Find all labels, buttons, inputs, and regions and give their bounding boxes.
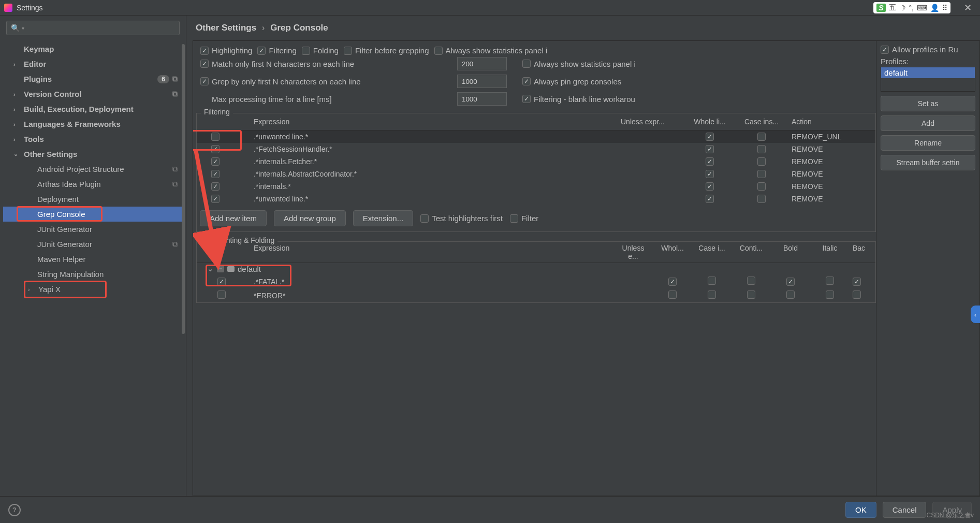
grep-n-input[interactable] [457, 75, 507, 88]
extension-button[interactable]: Extension... [353, 210, 413, 226]
checkbox-allow-profiles[interactable] [881, 46, 889, 54]
case-checkbox[interactable] [757, 145, 766, 153]
cell-expression[interactable]: *ERROR* [223, 290, 613, 301]
case-checkbox[interactable] [757, 170, 766, 178]
sidebar-item[interactable]: Plugins6⧉ [3, 71, 183, 86]
cell-action[interactable]: REMOVE [787, 194, 860, 204]
ime-item[interactable]: 五 [889, 3, 896, 12]
case-checkbox[interactable] [757, 133, 766, 141]
sidebar-item[interactable]: ›Yapi X [3, 282, 183, 297]
scrollbar[interactable] [182, 16, 185, 496]
checkbox[interactable] [708, 277, 716, 285]
folder-row[interactable]: ⌄ − default [197, 263, 875, 274]
row-enable-checkbox[interactable] [211, 133, 220, 141]
sidebar-item[interactable]: String Manipulation [3, 267, 183, 282]
col-unless[interactable]: Unless expr... [617, 115, 684, 128]
checkbox[interactable] [826, 290, 834, 299]
add-profile-button[interactable]: Add [881, 115, 975, 131]
col-unless[interactable]: Unless e... [613, 242, 653, 263]
set-as-button[interactable]: Set as [881, 96, 975, 111]
checkbox[interactable] [853, 290, 861, 299]
cell-action[interactable]: REMOVE [787, 169, 860, 179]
checkbox[interactable] [434, 47, 443, 55]
row-enable-checkbox[interactable] [211, 157, 220, 166]
add-item-button[interactable]: Add new item [200, 210, 267, 226]
grid-icon[interactable]: ⠿ [942, 4, 947, 12]
checkbox[interactable] [668, 290, 677, 299]
sidebar-item[interactable]: Keymap [3, 41, 183, 56]
profile-item[interactable]: default [881, 67, 975, 78]
help-button[interactable]: ? [8, 504, 21, 516]
row-enable-checkbox[interactable] [211, 145, 220, 153]
col-action[interactable]: Action [787, 115, 860, 128]
table-row[interactable]: *ERROR* [197, 288, 875, 302]
col-whole[interactable]: Whole li... [684, 115, 736, 128]
checkbox-match-n[interactable] [200, 60, 209, 68]
col-cont[interactable]: Conti... [732, 242, 771, 263]
col-bold[interactable]: Bold [771, 242, 810, 263]
table-row[interactable]: .*FetchSessionHandler.*REMOVE [197, 143, 875, 155]
whole-line-checkbox[interactable] [706, 157, 714, 166]
whole-line-checkbox[interactable] [706, 133, 714, 141]
checkbox[interactable] [257, 47, 266, 55]
ok-button[interactable]: OK [845, 502, 876, 518]
user-icon[interactable]: 👤 [930, 4, 939, 12]
checkbox-filter[interactable] [510, 214, 518, 223]
sidebar-item[interactable]: ›Editor [3, 56, 183, 71]
cell-expression[interactable]: .*FetchSessionHandler.* [223, 144, 617, 154]
profiles-list[interactable]: default [881, 67, 975, 92]
add-group-button[interactable]: Add new group [274, 210, 346, 226]
row-enable-checkbox[interactable] [211, 182, 220, 191]
checkbox[interactable] [344, 47, 352, 55]
sidebar-item[interactable]: ›Tools [3, 132, 183, 147]
case-checkbox[interactable] [757, 182, 766, 191]
cell-expression[interactable]: .*unwanted line.* [223, 132, 617, 142]
whole-line-checkbox[interactable] [706, 170, 714, 178]
case-checkbox[interactable] [757, 195, 766, 203]
checkbox[interactable] [786, 290, 795, 299]
col-case[interactable]: Case ins... [736, 115, 787, 128]
time-input[interactable] [457, 92, 507, 106]
sidebar-item[interactable]: Android Project Structure⧉ [3, 162, 183, 177]
checkbox[interactable] [708, 290, 716, 299]
col-expression[interactable]: Expression [223, 115, 617, 128]
sidebar-item[interactable]: ⌄Other Settings [3, 147, 183, 162]
sidebar-item[interactable]: Deployment [3, 192, 183, 207]
sidebar-item[interactable]: Grep Console [3, 207, 183, 222]
checkbox[interactable] [826, 277, 834, 285]
table-row[interactable]: .*internals.Fetcher.*REMOVE [197, 155, 875, 168]
cell-unless[interactable] [617, 161, 684, 163]
cell-expression[interactable]: .*internals.AbstractCoordinator.* [223, 169, 617, 179]
cell-unless[interactable] [617, 198, 684, 200]
breadcrumb-parent[interactable]: Other Settings [196, 23, 256, 33]
checkbox-grep-n[interactable] [200, 77, 209, 85]
checkbox[interactable] [786, 278, 795, 286]
side-tab[interactable]: ‹ [971, 306, 980, 323]
cell-unless[interactable] [617, 136, 684, 138]
row-enable-checkbox[interactable] [211, 170, 220, 178]
stream-buffer-button[interactable]: Stream buffer settin [881, 155, 975, 170]
table-row[interactable]: .*unwanted line.*REMOVE [197, 193, 875, 205]
checkbox-blank[interactable] [522, 95, 531, 103]
table-row[interactable]: .*FATAL.* [197, 274, 875, 288]
checkbox[interactable] [853, 278, 861, 286]
checkbox-test-highlighters[interactable] [420, 214, 429, 223]
cell-action[interactable]: REMOVE [787, 144, 860, 154]
checkbox-stats2[interactable] [522, 60, 531, 68]
cell-unless[interactable] [617, 173, 684, 175]
moon-icon[interactable]: ☽ [899, 4, 906, 12]
search-input[interactable]: 🔍 ▾ [6, 21, 180, 35]
checkbox[interactable] [668, 278, 677, 286]
cell-action[interactable]: REMOVE [787, 181, 860, 192]
sidebar-item[interactable]: Arthas Idea Plugin⧉ [3, 177, 183, 192]
sidebar-item[interactable]: ›Languages & Frameworks [3, 117, 183, 132]
whole-line-checkbox[interactable] [706, 195, 714, 203]
cell-expression[interactable]: .*internals.Fetcher.* [223, 156, 617, 167]
table-row[interactable]: .*unwanted line.*REMOVE_UNL [197, 130, 875, 143]
cell-unless[interactable] [617, 185, 684, 187]
cell-expression[interactable]: .*FATAL.* [223, 277, 613, 287]
whole-line-checkbox[interactable] [706, 145, 714, 153]
sidebar-item[interactable]: ›Version Control⧉ [3, 86, 183, 101]
rename-button[interactable]: Rename [881, 135, 975, 151]
col-expression[interactable]: Expression [223, 242, 613, 263]
